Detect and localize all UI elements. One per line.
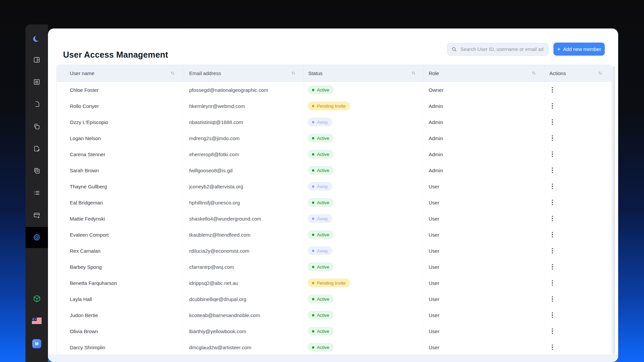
actions-cell: [544, 98, 610, 114]
user-table: User nameEmail addressStatusRoleActions …: [56, 65, 612, 356]
table-row: Rollo Conyerhkernleynr@webmd.comPending …: [57, 98, 612, 114]
sort-icon[interactable]: [598, 71, 602, 75]
status-badge: Active: [308, 198, 334, 207]
actions-cell: [544, 291, 610, 307]
user-name-cell: Barbey Spong: [57, 259, 183, 275]
row-actions-kebab-icon[interactable]: [549, 345, 555, 350]
row-actions-kebab-icon[interactable]: [549, 184, 555, 189]
status-cell: Active: [304, 146, 424, 162]
status-badge: Active: [308, 230, 334, 239]
row-actions-kebab-icon[interactable]: [549, 119, 555, 125]
row-actions-kebab-icon[interactable]: [549, 264, 555, 270]
column-header-role[interactable]: Role: [424, 65, 544, 81]
status-dot-icon: [312, 346, 314, 349]
role-cell: User: [424, 194, 544, 210]
sort-icon[interactable]: [532, 71, 536, 75]
row-actions-kebab-icon[interactable]: [549, 296, 555, 302]
status-cell: Away: [304, 243, 424, 259]
sidebar-item-language[interactable]: [25, 313, 48, 328]
vertical-scrollbar[interactable]: [612, 66, 615, 354]
status-badge: Pending Invite: [308, 102, 350, 110]
actions-cell: [544, 259, 610, 275]
user-name-cell: Benetta Farquharson: [57, 275, 183, 291]
status-badge: Active: [308, 85, 334, 94]
row-actions-kebab-icon[interactable]: [549, 280, 555, 286]
table-row: Olivia Brownlbarthiy@yellowbook.comActiv…: [57, 323, 612, 339]
row-actions-kebab-icon[interactable]: [549, 248, 555, 254]
table-row: Barbey Spongcfarrantrp@wsj.comActiveUser: [57, 259, 612, 275]
user-name-cell: Thayne Gullberg: [57, 178, 183, 194]
actions-cell: [544, 194, 610, 210]
row-actions-kebab-icon[interactable]: [549, 232, 555, 238]
sidebar-item-list[interactable]: [25, 185, 48, 200]
sort-icon[interactable]: [291, 71, 296, 75]
search-box[interactable]: [447, 43, 548, 56]
add-new-member-button[interactable]: + Add new member: [553, 43, 605, 56]
row-actions-kebab-icon[interactable]: [549, 216, 555, 222]
sidebar-item-records[interactable]: [25, 74, 48, 89]
m-avatar: M: [32, 339, 41, 348]
search-input[interactable]: [460, 46, 544, 52]
sidebar-item-copies[interactable]: [25, 119, 48, 134]
status-dot-icon: [312, 234, 314, 236]
sidebar-item-sandbox[interactable]: [25, 291, 48, 306]
actions-cell: [544, 114, 610, 130]
sidebar-item-edit-document[interactable]: [25, 141, 48, 156]
row-actions-kebab-icon[interactable]: [549, 152, 555, 157]
table-row: Eal Bridgemanhphillinsfj@unesco.orgActiv…: [57, 194, 612, 210]
sort-icon[interactable]: [411, 71, 416, 75]
user-name-cell: Eal Bridgeman: [57, 194, 183, 210]
role-cell: User: [424, 339, 544, 355]
role-cell: User: [424, 275, 544, 291]
main-panel: User Access Management + Add new member …: [48, 28, 618, 362]
row-actions-kebab-icon[interactable]: [549, 168, 555, 173]
sidebar-item-reports[interactable]: [25, 163, 48, 178]
status-dot-icon: [312, 153, 314, 156]
column-header-email-address[interactable]: Email address: [183, 65, 304, 81]
role-cell: Admin: [424, 146, 544, 162]
actions-cell: [544, 243, 610, 259]
row-actions-kebab-icon[interactable]: [549, 135, 555, 141]
actions-cell: [544, 178, 610, 194]
sidebar-item-add-window[interactable]: [25, 208, 48, 223]
user-avatar[interactable]: M: [25, 336, 48, 351]
status-dot-icon: [312, 169, 314, 172]
status-dot-icon: [312, 137, 314, 139]
row-actions-kebab-icon[interactable]: [549, 87, 555, 93]
row-actions-kebab-icon[interactable]: [549, 200, 555, 205]
sidebar-item-documents[interactable]: [25, 97, 48, 111]
sidebar-item-layout[interactable]: [25, 52, 48, 67]
column-header-actions[interactable]: Actions: [544, 65, 610, 81]
role-cell: Owner: [424, 82, 544, 98]
email-cell: dmcglaud2w@artisteer.com: [183, 339, 304, 355]
status-cell: Active: [304, 323, 424, 339]
status-badge: Active: [308, 166, 334, 175]
sidebar: M: [25, 24, 48, 362]
email-cell: hphillinsfj@unesco.org: [183, 194, 304, 210]
status-cell: Active: [304, 227, 424, 243]
column-header-user-name[interactable]: User name: [57, 65, 183, 81]
column-header-status[interactable]: Status: [304, 65, 424, 81]
logo-crescent[interactable]: [25, 32, 48, 46]
email-cell: cfarrantrp@wsj.com: [183, 259, 304, 275]
status-badge: Active: [308, 327, 334, 336]
row-actions-kebab-icon[interactable]: [549, 312, 555, 318]
svg-text:M: M: [35, 342, 39, 346]
sort-icon[interactable]: [170, 71, 175, 75]
sidebar-item-settings[interactable]: [25, 227, 48, 248]
status-cell: Active: [304, 339, 424, 355]
status-cell: Away: [304, 114, 424, 130]
file-edit-icon: [33, 145, 41, 153]
email-cell: lbarthiy@yellowbook.com: [183, 323, 304, 339]
email-cell: rdilucia2y@economist.com: [183, 243, 304, 259]
table-row: Logan Nelsonmdreng2s@jimdo.comActiveAdmi…: [57, 130, 612, 146]
status-badge: Away: [308, 118, 332, 126]
user-name-cell: Sarah Brown: [57, 162, 183, 178]
table-row: Chloe Fosterpfossegd@nationalgeographic.…: [57, 82, 612, 98]
role-cell: Admin: [424, 114, 544, 130]
row-actions-kebab-icon[interactable]: [549, 328, 555, 334]
email-cell: pfossegd@nationalgeographic.com: [183, 82, 304, 98]
row-actions-kebab-icon[interactable]: [549, 103, 555, 109]
actions-cell: [544, 162, 610, 178]
cube-icon: [33, 295, 41, 303]
